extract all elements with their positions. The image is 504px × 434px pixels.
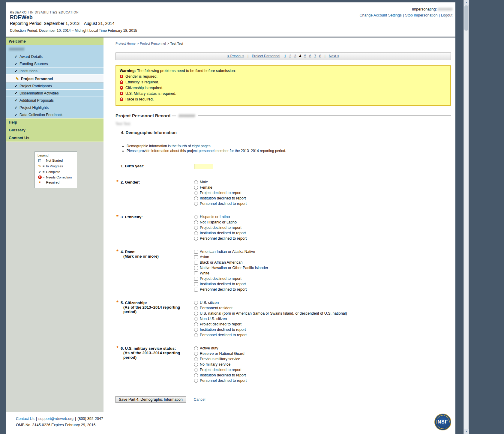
race-checkbox[interactable]: [194, 250, 198, 254]
ethnicity-radio[interactable]: [194, 237, 198, 241]
race-option-white[interactable]: White: [194, 271, 268, 275]
ethnicity-radio[interactable]: [194, 231, 198, 235]
pager-next-link[interactable]: Next >: [329, 54, 339, 58]
military-option-active-duty[interactable]: Active duty: [194, 346, 247, 350]
sidebar-item-project-participants[interactable]: ✔Project Participants: [6, 82, 104, 90]
race-option-asian[interactable]: Asian: [194, 255, 268, 259]
ethnicity-radio[interactable]: [194, 220, 198, 224]
footer-contact-us-link[interactable]: Contact Us: [16, 417, 34, 421]
sidebar-item-glossary[interactable]: Glossary: [6, 126, 104, 134]
citizenship-option-us-national[interactable]: U.S. national (born in American Samoa or…: [194, 311, 347, 316]
sidebar-item-help[interactable]: Help: [6, 118, 104, 126]
sidebar-item-welcome[interactable]: Welcome: [6, 37, 104, 45]
race-option-black[interactable]: Black or African American: [194, 260, 268, 265]
sidebar-item-data-collection-feedback[interactable]: ✔Data Collection Feedback: [6, 111, 104, 118]
birth-year-input[interactable]: [194, 164, 213, 169]
save-button[interactable]: Save Part 4: Demographic Information: [116, 396, 186, 403]
gender-radio[interactable]: [194, 180, 198, 184]
citizenship-radio[interactable]: [194, 328, 198, 332]
sidebar-item-additional-proposals[interactable]: ✔Additional Proposals: [6, 97, 104, 104]
ethnicity-option-hispanic[interactable]: Hispanic or Latino: [194, 215, 247, 219]
race-option-project-declined[interactable]: Project declined to report: [194, 277, 268, 281]
gender-option-project-declined[interactable]: Project declined to report: [194, 191, 247, 195]
military-option-reserve[interactable]: Reserve or National Guard: [194, 352, 247, 356]
race-checkbox[interactable]: [194, 271, 198, 275]
ethnicity-option-institution-declined[interactable]: Institution declined to report: [194, 231, 247, 235]
ethnicity-option-project-declined[interactable]: Project declined to report: [194, 226, 247, 230]
citizenship-radio[interactable]: [194, 333, 198, 337]
race-option-institution-declined[interactable]: Institution declined to report: [194, 282, 268, 286]
military-option-project-declined[interactable]: Project declined to report: [194, 368, 247, 372]
race-checkbox[interactable]: [194, 266, 198, 270]
race-checkbox[interactable]: [194, 261, 198, 265]
military-option-previous-service[interactable]: Previous military service: [194, 357, 247, 361]
ethnicity-radio[interactable]: [194, 226, 198, 230]
vertical-scrollbar[interactable]: ▲ ▼: [464, 0, 469, 434]
sidebar-item-institutions[interactable]: ✔Institutions: [6, 67, 104, 75]
scrollbar-thumb[interactable]: [464, 5, 468, 31]
military-option-no-service[interactable]: No military service: [194, 362, 247, 367]
pager-previous-link[interactable]: < Previous: [227, 54, 244, 58]
ethnicity-radio[interactable]: [194, 215, 198, 219]
pager-page-8-link[interactable]: 8: [319, 54, 321, 58]
race-checkbox[interactable]: [194, 277, 198, 281]
citizenship-radio[interactable]: [194, 322, 198, 326]
ethnicity-option-not-hispanic[interactable]: Not Hispanic or Latino: [194, 220, 247, 224]
military-option-institution-declined[interactable]: Institution declined to report: [194, 373, 247, 377]
change-account-settings-link[interactable]: Change Account Settings: [359, 13, 401, 17]
sidebar-item-dissemination-activities[interactable]: ✔Dissemination Activities: [6, 90, 104, 97]
pager-page-6-link[interactable]: 6: [309, 54, 311, 58]
race-checkbox[interactable]: [194, 288, 198, 292]
citizenship-option-us-citizen[interactable]: U.S. citizen: [194, 301, 347, 305]
ethnicity-option-personnel-declined[interactable]: Personnel declined to report: [194, 236, 247, 241]
gender-option-female[interactable]: Female: [194, 185, 247, 190]
race-checkbox[interactable]: [194, 255, 198, 259]
military-radio[interactable]: [194, 379, 198, 383]
sidebar-item-project-personnel[interactable]: ✎Project Personnel: [6, 75, 104, 82]
pager-page-2-link[interactable]: 2: [289, 54, 291, 58]
race-checkbox[interactable]: [194, 282, 198, 286]
military-radio[interactable]: [194, 352, 198, 356]
cancel-link[interactable]: Cancel: [194, 397, 206, 402]
pager-page-5-link[interactable]: 5: [304, 54, 306, 58]
gender-radio[interactable]: [194, 196, 198, 200]
military-radio[interactable]: [194, 373, 198, 377]
breadcrumb-project-personnel-link[interactable]: Project Personnel: [140, 42, 166, 45]
military-radio[interactable]: [194, 363, 198, 367]
race-option-personnel-declined[interactable]: Personnel declined to report: [194, 287, 268, 292]
gender-option-male[interactable]: Male: [194, 180, 247, 184]
citizenship-option-permanent-resident[interactable]: Permanent resident: [194, 306, 347, 310]
sidebar-award-number[interactable]: #######: [6, 45, 104, 53]
footer-email-link[interactable]: support@rdeweb.org: [38, 417, 74, 421]
military-option-personnel-declined[interactable]: Personnel declined to report: [194, 379, 247, 383]
breadcrumb-project-home-link[interactable]: Project Home: [116, 42, 136, 45]
citizenship-option-non-us[interactable]: Non-U.S. citizen: [194, 317, 347, 321]
citizenship-radio[interactable]: [194, 312, 198, 316]
pager-page-1-link[interactable]: 1: [284, 54, 286, 58]
pager-page-7-link[interactable]: 7: [314, 54, 316, 58]
pager-page-3-link[interactable]: 3: [294, 54, 296, 58]
gender-radio[interactable]: [194, 186, 198, 190]
logout-link[interactable]: Logout: [441, 13, 452, 17]
stop-impersonation-link[interactable]: Stop Impersonation: [405, 13, 437, 17]
scroll-up-icon[interactable]: ▲: [464, 0, 469, 5]
race-option-native-hawaiian[interactable]: Native Hawaiian or Other Pacific Islande…: [194, 266, 268, 270]
sidebar-item-funding-sources[interactable]: ✔Funding Sources: [6, 60, 104, 67]
citizenship-radio[interactable]: [194, 317, 198, 321]
citizenship-radio[interactable]: [194, 301, 198, 305]
sidebar-item-project-highlights[interactable]: ✔Project Highlights: [6, 104, 104, 111]
sidebar-item-award-details[interactable]: ✔Award Details: [6, 53, 104, 60]
gender-radio[interactable]: [194, 191, 198, 195]
military-radio[interactable]: [194, 346, 198, 350]
gender-option-personnel-declined[interactable]: Personnel declined to report: [194, 202, 247, 206]
gender-option-institution-declined[interactable]: Institution declined to report: [194, 196, 247, 200]
citizenship-option-personnel-declined[interactable]: Personnel declined to report: [194, 333, 347, 337]
race-option-american-indian[interactable]: American Indian or Alaska Native: [194, 250, 268, 254]
scroll-down-icon[interactable]: ▼: [464, 429, 469, 434]
sidebar-item-contact-us[interactable]: Contact Us: [6, 134, 104, 142]
citizenship-radio[interactable]: [194, 306, 198, 310]
military-radio[interactable]: [194, 357, 198, 361]
citizenship-option-institution-declined[interactable]: Institution declined to report: [194, 328, 347, 332]
citizenship-option-project-declined[interactable]: Project declined to report: [194, 322, 347, 326]
pager-section-link[interactable]: Project Personnel: [252, 54, 280, 58]
